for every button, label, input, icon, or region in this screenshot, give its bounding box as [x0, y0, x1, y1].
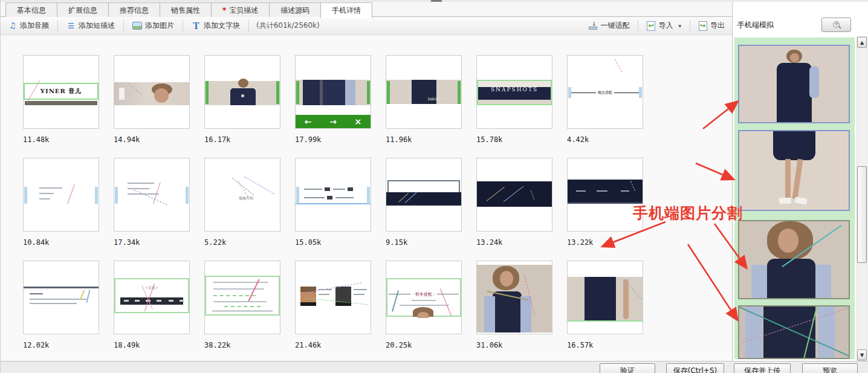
tab-3[interactable]: 推荐信息 — [108, 2, 160, 18]
export-button[interactable]: ↪ 导出 — [691, 19, 732, 33]
thumbnail-card[interactable]: · 初冬搭配 · — [386, 261, 462, 334]
mobile-preview-panel: 手机端模拟 + ▲ ▼ — [732, 2, 868, 361]
file-size-label: 11.48k — [23, 135, 99, 144]
add-short-description-button[interactable]: ☰ 添加短描述 — [59, 19, 122, 33]
thumbnail-card[interactable] — [114, 55, 190, 129]
tab-4[interactable]: 销售属性 — [160, 2, 211, 18]
import-button[interactable]: ↩ 导入 ▾ — [640, 19, 688, 33]
preview-scrollbar[interactable]: ▲ ▼ — [857, 36, 867, 361]
file-size-label: 11.96k — [386, 135, 462, 144]
save-upload-button[interactable]: 保存并上传 — [734, 363, 791, 373]
required-asterisk: * — [222, 6, 226, 15]
tab-7[interactable]: 手机详情 — [320, 2, 372, 18]
toolbar-separator — [638, 20, 638, 32]
thumbnail-card[interactable] — [386, 158, 462, 232]
tab-label: 销售属性 — [171, 5, 200, 16]
toolbar-separator — [183, 20, 183, 32]
thumbnail-card[interactable]: takine — [386, 55, 462, 129]
tab-label: 宝贝描述 — [229, 5, 258, 16]
add-image-button[interactable]: 添加图片 — [125, 19, 181, 33]
thumbnail-grid: YINER 音儿11.48k14.94k16.17k ← → × 17.99kt… — [1, 35, 732, 361]
validate-button[interactable]: 验证 — [600, 363, 655, 373]
import-icon: ↩ — [647, 21, 655, 31]
annotation-mobile-image-split: 手机端图片分割 — [633, 203, 743, 223]
preview-button[interactable]: 预览 — [802, 363, 858, 373]
zoom-button[interactable]: + — [821, 18, 851, 32]
tab-6[interactable]: 描述源码 — [269, 2, 320, 18]
add-short-description-label: 添加短描述 — [79, 21, 115, 31]
toolbar-separator — [57, 20, 58, 32]
tab-5[interactable]: *宝贝描述 — [211, 2, 269, 18]
preview-image-segment-4[interactable] — [738, 305, 850, 359]
chevron-down-icon[interactable]: ▾ — [678, 23, 681, 29]
export-label: 导出 — [710, 21, 725, 31]
thumbnail-card[interactable]: <关联> — [114, 261, 190, 334]
thumbnail-card[interactable] — [23, 261, 99, 334]
add-audio-button[interactable]: ♫ 添加音频 — [1, 19, 56, 33]
next-image-button[interactable]: → — [320, 117, 345, 126]
scrollbar-thumb[interactable] — [857, 166, 867, 263]
thumbnail-card[interactable] — [114, 158, 190, 232]
file-size-label: 4.42k — [567, 135, 643, 144]
file-size-label: 38.22k — [204, 341, 280, 349]
thumbnail-card[interactable]: 概念搭配 — [567, 55, 643, 129]
tab-label: 基本信息 — [17, 5, 46, 16]
fit-download-icon: ↓ — [589, 22, 597, 30]
preview-panel-header: 手机端模拟 + — [733, 2, 868, 37]
export-icon: ↪ — [699, 21, 707, 31]
total-size-label: (共计601k/2560k) — [250, 21, 326, 31]
add-text-block-button[interactable]: T 添加文字块 — [184, 19, 247, 33]
thumbnail-card[interactable] — [23, 158, 99, 232]
add-image-label: 添加图片 — [145, 21, 174, 31]
scroll-up-button[interactable]: ▲ — [857, 37, 867, 48]
preview-image-segment-2[interactable] — [738, 130, 850, 211]
music-note-icon: ♫ — [8, 21, 17, 30]
tab-label: 扩展信息 — [68, 5, 97, 16]
file-size-label: 17.34k — [114, 238, 190, 247]
preview-image-segment-3[interactable] — [738, 220, 850, 299]
file-size-label: 31.06k — [476, 341, 552, 349]
image-toolbar: ← → × — [296, 115, 371, 128]
thumbnail-card[interactable]: SNAPSHOTS — [476, 55, 552, 129]
thumbnail-card[interactable] — [204, 55, 280, 129]
prev-image-button[interactable]: ← — [296, 117, 320, 126]
save-button[interactable]: 保存(Ctrl+S) — [666, 363, 724, 373]
thumbnail-card[interactable]: YINER 音儿 — [23, 55, 99, 129]
file-size-label: 21.46k — [295, 341, 371, 349]
file-size-label: 13.24k — [476, 238, 552, 247]
scroll-down-button[interactable]: ▼ — [857, 349, 867, 360]
thumbnail-card[interactable] — [476, 158, 552, 232]
thumb-brand-text: YINER 音儿 — [40, 87, 82, 96]
editor-toolbar: ♫ 添加音频 ☰ 添加短描述 添加图片 T 添加文字块 (共计601k/2560… — [1, 17, 732, 35]
tab-label: 手机详情 — [332, 5, 361, 16]
add-audio-label: 添加音频 — [20, 21, 49, 31]
thumbnail-card[interactable] — [476, 261, 552, 334]
thumbnail-card[interactable]: ← → × — [295, 55, 371, 129]
phone-preview-canvas — [734, 37, 855, 359]
thumbnail-card[interactable] — [295, 158, 371, 232]
tab-2[interactable]: 扩展信息 — [57, 2, 108, 18]
file-size-label: 13.22k — [567, 238, 643, 247]
file-size-label: 16.17k — [204, 135, 280, 144]
thumbnail-card[interactable] — [567, 158, 643, 232]
toolbar-separator — [123, 20, 124, 32]
import-label: 导入 — [658, 21, 673, 31]
thumbnail-card[interactable] — [567, 261, 643, 334]
magnifier-icon: + — [833, 21, 840, 28]
file-size-label: 15.78k — [476, 135, 552, 144]
thumbnail-card[interactable]: 规格尺码 — [204, 158, 280, 232]
one-click-fit-button[interactable]: ↓ 一键适配 — [581, 19, 636, 33]
tab-label: 描述源码 — [280, 5, 309, 16]
thumbnail-card[interactable] — [295, 261, 371, 334]
delete-image-button[interactable]: × — [346, 117, 371, 126]
tab-label: 推荐信息 — [120, 5, 149, 16]
file-size-label: 12.02k — [23, 341, 99, 349]
toolbar-separator — [690, 20, 690, 32]
preview-image-segment-1[interactable] — [738, 45, 850, 123]
preview-panel-title: 手机端模拟 — [737, 20, 774, 30]
thumbnail-card[interactable] — [204, 261, 280, 334]
list-icon: ☰ — [66, 21, 76, 30]
tab-1[interactable]: 基本信息 — [5, 2, 57, 18]
footer-bar: 验证保存(Ctrl+S)保存并上传预览 — [1, 361, 868, 373]
toolbar-separator — [248, 20, 249, 32]
